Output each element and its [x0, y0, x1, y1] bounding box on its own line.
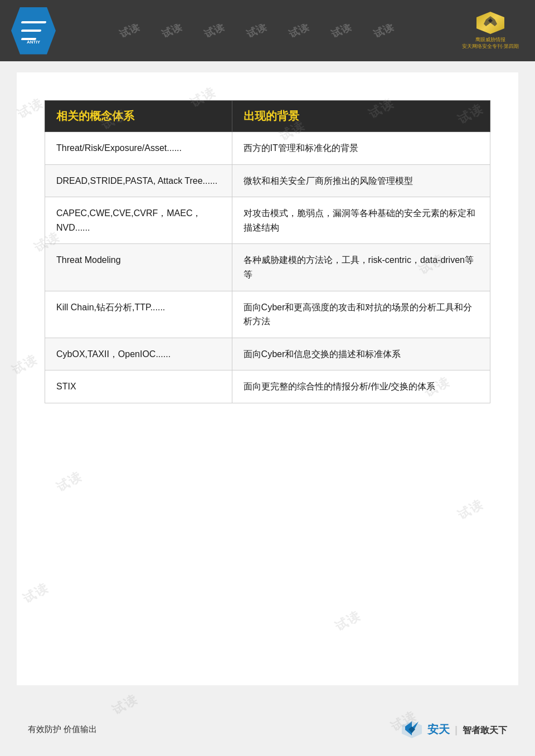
- header-watermarks: 试读 试读 试读 试读 试读 试读 试读: [56, 24, 457, 37]
- table-row: CAPEC,CWE,CVE,CVRF，MAEC，NVD......对攻击模式，脆…: [45, 197, 490, 244]
- table-cell-col2-5: 面向Cyber和信息交换的描述和标准体系: [232, 338, 490, 370]
- header-right-line2: 安天网络安全专刊·第四期: [462, 43, 519, 50]
- col2-header: 出现的背景: [232, 101, 490, 132]
- footer-brand-container: 安天 | 智者敢天下: [427, 722, 507, 737]
- table-cell-col1-6: STIX: [45, 370, 232, 403]
- header-wm-4: 试读: [245, 24, 269, 37]
- table-cell-col1-0: Threat/Risk/Exposure/Asset......: [45, 132, 232, 165]
- logo-brand-text: ANTIY: [11, 40, 56, 45]
- header-right-logo: 鹰眼威胁情报 安天网络安全专刊·第四期: [457, 11, 524, 50]
- footer-logo-text: 安天 | 智者敢天下: [427, 724, 507, 735]
- footer-subtext: 智者敢天下: [463, 725, 507, 735]
- table-cell-col1-1: DREAD,STRIDE,PASTA, Attack Tree......: [45, 164, 232, 197]
- table-cell-col2-3: 各种威胁建模的方法论，工具，risk-centric，data-driven等等: [232, 244, 490, 291]
- footer: 有效防护 价值输出 安天 | 智者敢天下: [17, 720, 518, 739]
- header-logo: ANTIY: [11, 7, 56, 55]
- concept-table: 相关的概念体系 出现的背景 Threat/Risk/Exposure/Asset…: [45, 100, 490, 403]
- emblem-shape: [476, 12, 504, 34]
- header-wm-2: 试读: [160, 24, 184, 37]
- footer-antiy: 安天: [427, 723, 450, 735]
- header-wm-6: 试读: [329, 24, 353, 37]
- header-wm-5: 试读: [287, 24, 311, 37]
- table-row: Threat/Risk/Exposure/Asset......西方的IT管理和…: [45, 132, 490, 165]
- table-cell-col1-5: CybOX,TAXII，OpenIOC......: [45, 338, 232, 370]
- footer-separator: |: [455, 724, 458, 735]
- table-row: STIX面向更完整的综合性的情报分析/作业/交换的体系: [45, 370, 490, 403]
- table-row: Kill Chain,钻石分析,TTP......面向Cyber和更高强度的攻击…: [45, 291, 490, 338]
- table-cell-col2-4: 面向Cyber和更高强度的攻击和对抗的场景的分析工具和分析方法: [232, 291, 490, 338]
- table-row: CybOX,TAXII，OpenIOC......面向Cyber和信息交换的描述…: [45, 338, 490, 370]
- header-right-text: 鹰眼威胁情报 安天网络安全专刊·第四期: [462, 36, 519, 50]
- table-cell-col1-2: CAPEC,CWE,CVE,CVRF，MAEC，NVD......: [45, 197, 232, 244]
- table-cell-col2-2: 对攻击模式，脆弱点，漏洞等各种基础的安全元素的标定和描述结构: [232, 197, 490, 244]
- header-right-line1: 鹰眼威胁情报: [462, 36, 519, 43]
- footer-logo-icon: [401, 720, 423, 739]
- table-header-row: 相关的概念体系 出现的背景: [45, 101, 490, 132]
- header-emblem: [475, 11, 506, 35]
- table-cell-col2-1: 微软和相关安全厂商所推出的风险管理模型: [232, 164, 490, 197]
- watermark-15: 试读: [109, 691, 141, 719]
- header-wm-3: 试读: [202, 24, 226, 37]
- logo-line-2: [21, 30, 41, 32]
- main-content: 相关的概念体系 出现的背景 Threat/Risk/Exposure/Asset…: [17, 72, 518, 685]
- table-cell-col2-0: 西方的IT管理和标准化的背景: [232, 132, 490, 165]
- table-row: DREAD,STRIDE,PASTA, Attack Tree......微软和…: [45, 164, 490, 197]
- table-cell-col2-6: 面向更完整的综合性的情报分析/作业/交换的体系: [232, 370, 490, 403]
- table-cell-col1-4: Kill Chain,钻石分析,TTP......: [45, 291, 232, 338]
- table-row: Threat Modeling各种威胁建模的方法论，工具，risk-centri…: [45, 244, 490, 291]
- col1-header: 相关的概念体系: [45, 101, 232, 132]
- header-wm-7: 试读: [372, 24, 396, 37]
- footer-slogan: 有效防护 价值输出: [28, 724, 97, 735]
- header: ANTIY 试读 试读 试读 试读 试读 试读 试读 鹰眼威胁情报 安天网络安全…: [0, 0, 535, 61]
- header-wm-1: 试读: [118, 24, 142, 37]
- table-cell-col1-3: Threat Modeling: [45, 244, 232, 291]
- footer-logo: 安天 | 智者敢天下: [401, 720, 507, 739]
- logo-line-1: [21, 21, 46, 23]
- eagle-icon: [481, 15, 499, 31]
